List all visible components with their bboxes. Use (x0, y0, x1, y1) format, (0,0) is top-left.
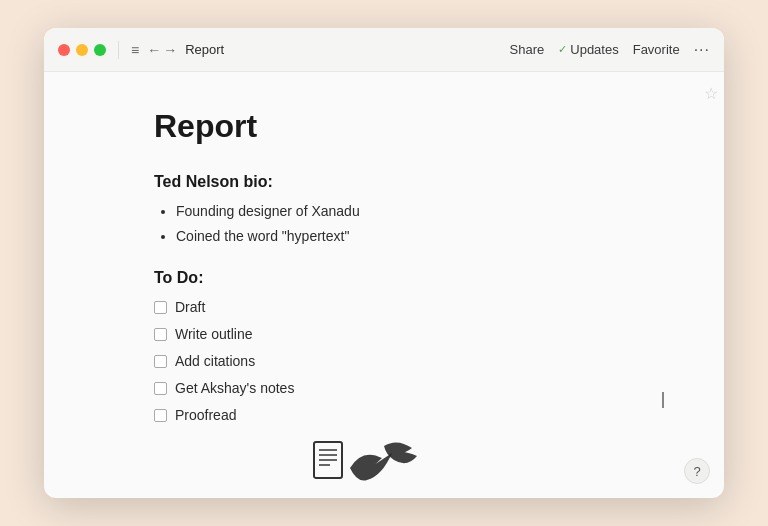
todo-label-outline: Write outline (175, 324, 253, 345)
bio-item-1: Founding designer of Xanadu (176, 201, 644, 222)
forward-arrow-icon[interactable]: → (163, 42, 177, 58)
updates-label: Updates (570, 42, 618, 57)
todo-checkbox-notes[interactable] (154, 382, 167, 395)
bio-item-2: Coined the word "hypertext" (176, 226, 644, 247)
close-button[interactable] (58, 44, 70, 56)
todo-label-proofread: Proofread (175, 405, 236, 426)
todo-item-proofread: Proofread (154, 405, 644, 426)
bio-heading: Ted Nelson bio: (154, 173, 644, 191)
todo-checkbox-citations[interactable] (154, 355, 167, 368)
todo-label-citations: Add citations (175, 351, 255, 372)
todo-heading: To Do: (154, 269, 644, 287)
window-title: Report (185, 42, 224, 57)
minimize-button[interactable] (76, 44, 88, 56)
document-content: Report Ted Nelson bio: Founding designer… (44, 72, 724, 498)
todo-checkbox-outline[interactable] (154, 328, 167, 341)
back-arrow-icon[interactable]: ← (147, 42, 161, 58)
nav-arrows: ← → (147, 42, 177, 58)
bottom-illustration (312, 438, 432, 498)
todo-checkbox-draft[interactable] (154, 301, 167, 314)
todo-item-outline: Write outline (154, 324, 644, 345)
todo-label-draft: Draft (175, 297, 205, 318)
maximize-button[interactable] (94, 44, 106, 56)
traffic-lights (58, 44, 106, 56)
titlebar-separator (118, 41, 119, 59)
menu-icon[interactable]: ≡ (131, 42, 139, 58)
todo-item-notes: Get Akshay's notes (154, 378, 644, 399)
share-button[interactable]: Share (510, 42, 545, 57)
todo-label-notes: Get Akshay's notes (175, 378, 294, 399)
titlebar-right: Share ✓ Updates Favorite ··· (510, 41, 710, 59)
more-options-button[interactable]: ··· (694, 41, 710, 59)
titlebar: ≡ ← → Report Share ✓ Updates Favorite ··… (44, 28, 724, 72)
help-button[interactable]: ? (684, 458, 710, 484)
todo-item-draft: Draft (154, 297, 644, 318)
text-cursor (662, 392, 664, 408)
bio-list: Founding designer of Xanadu Coined the w… (154, 201, 644, 247)
todo-list: Draft Write outline Add citations Get Ak… (154, 297, 644, 426)
todo-item-citations: Add citations (154, 351, 644, 372)
todo-checkbox-proofread[interactable] (154, 409, 167, 422)
favorite-button[interactable]: Favorite (633, 42, 680, 57)
svg-rect-0 (314, 442, 342, 478)
updates-button[interactable]: ✓ Updates (558, 42, 618, 57)
document-title: Report (154, 108, 644, 145)
updates-check-icon: ✓ (558, 43, 567, 56)
app-window: ≡ ← → Report Share ✓ Updates Favorite ··… (44, 28, 724, 498)
